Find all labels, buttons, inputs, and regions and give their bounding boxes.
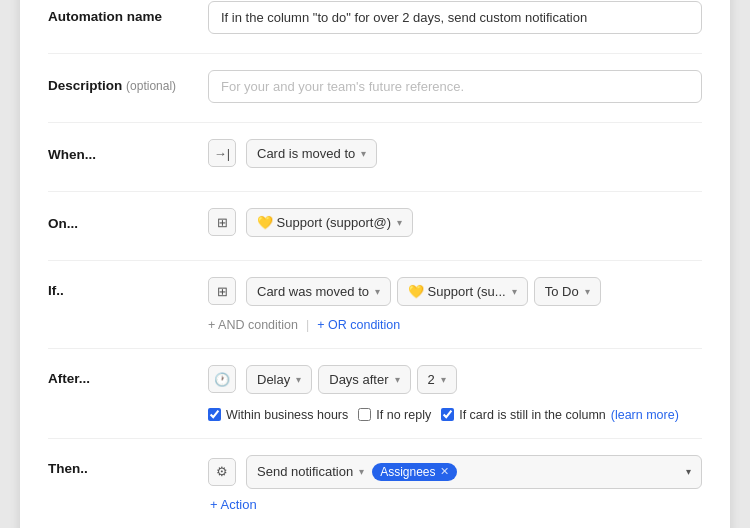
after-bottom: Within business hours If no reply If car… [208,408,679,422]
description-content [208,70,702,103]
if-condition1-dropdown[interactable]: Card was moved to ▾ [246,277,391,306]
if-cond3-chevron-icon: ▾ [585,286,590,297]
send-notification-dropdown[interactable]: Send notification ▾ [257,464,364,479]
automation-name-label: Automation name [48,1,208,24]
then-expand-chevron-icon[interactable]: ▾ [686,466,691,477]
arrow-right-icon: →| [214,146,230,161]
description-row: Description (optional) [48,70,702,106]
on-content: ⊞ 💛 Support (support@) ▾ [208,208,702,237]
if-cond2-chevron-icon: ▾ [512,286,517,297]
after-top: 🕐 Delay ▾ Days after ▾ 2 ▾ [208,365,457,394]
after-icon-box: 🕐 [208,365,236,393]
no-reply-checkbox[interactable] [358,408,371,421]
automation-name-content [208,1,702,34]
automation-card: Automation name Description (optional) W… [20,0,730,528]
if-condition2-dropdown[interactable]: 💛 Support (su... ▾ [397,277,528,306]
after-row: After... 🕐 Delay ▾ Days after ▾ 2 ▾ [48,365,702,422]
after-content: 🕐 Delay ▾ Days after ▾ 2 ▾ Withi [208,365,702,422]
still-in-column-checkbox[interactable] [441,408,454,421]
no-reply-label: If no reply [376,408,431,422]
then-row: Then.. ⚙ Send notification ▾ Assignees ✕ [48,455,702,512]
board-icon: ⊞ [217,215,228,230]
then-expandable: Send notification ▾ Assignees ✕ ▾ [246,455,702,489]
if-label: If.. [48,277,208,298]
on-row: On... ⊞ 💛 Support (support@) ▾ [48,208,702,244]
number-dropdown[interactable]: 2 ▾ [417,365,457,394]
days-after-dropdown[interactable]: Days after ▾ [318,365,410,394]
number-chevron-icon: ▾ [441,374,446,385]
still-in-column-label: If card is still in the column [459,408,606,422]
when-label: When... [48,139,208,162]
days-after-chevron-icon: ▾ [395,374,400,385]
business-hours-group: Within business hours [208,408,348,422]
condition-divider: | [306,318,309,332]
learn-more-link[interactable]: (learn more) [611,408,679,422]
then-content: ⚙ Send notification ▾ Assignees ✕ ▾ [208,455,702,512]
if-row: If.. ⊞ Card was moved to ▾ 💛 Support (su… [48,277,702,332]
when-chevron-icon: ▾ [361,148,366,159]
gear-icon: ⚙ [216,464,228,479]
filter-icon: ⊞ [217,284,228,299]
automation-name-row: Automation name [48,1,702,37]
delay-dropdown[interactable]: Delay ▾ [246,365,312,394]
delay-chevron-icon: ▾ [296,374,301,385]
description-input[interactable] [208,70,702,103]
still-in-column-group: If card is still in the column (learn mo… [441,408,679,422]
clock-icon: 🕐 [214,372,230,387]
if-condition3-dropdown[interactable]: To Do ▾ [534,277,601,306]
business-hours-label: Within business hours [226,408,348,422]
add-action-link[interactable]: + Action [208,497,257,512]
on-label: On... [48,208,208,231]
description-label: Description (optional) [48,70,208,93]
then-icon-box: ⚙ [208,458,236,486]
on-icon-box: ⊞ [208,208,236,236]
send-notification-chevron-icon: ▾ [359,466,364,477]
no-reply-group: If no reply [358,408,431,422]
then-top: ⚙ Send notification ▾ Assignees ✕ ▾ [208,455,702,489]
when-content: →| Card is moved to ▾ [208,139,702,168]
or-condition-link[interactable]: + OR condition [317,318,400,332]
if-content: ⊞ Card was moved to ▾ 💛 Support (su... ▾… [208,277,702,332]
then-label: Then.. [48,455,208,476]
then-left: Send notification ▾ Assignees ✕ [257,463,457,481]
assignees-tag: Assignees ✕ [372,463,456,481]
optional-label: (optional) [126,79,176,93]
assignees-tag-close[interactable]: ✕ [440,465,449,478]
if-icon-box: ⊞ [208,277,236,305]
after-label: After... [48,365,208,386]
condition-links: + AND condition | + OR condition [208,318,702,332]
on-dropdown[interactable]: 💛 Support (support@) ▾ [246,208,413,237]
if-cond1-chevron-icon: ▾ [375,286,380,297]
when-row: When... →| Card is moved to ▾ [48,139,702,175]
and-condition-link[interactable]: + AND condition [208,318,298,332]
when-dropdown[interactable]: Card is moved to ▾ [246,139,377,168]
when-icon-box: →| [208,139,236,167]
on-chevron-icon: ▾ [397,217,402,228]
automation-name-input[interactable] [208,1,702,34]
business-hours-checkbox[interactable] [208,408,221,421]
